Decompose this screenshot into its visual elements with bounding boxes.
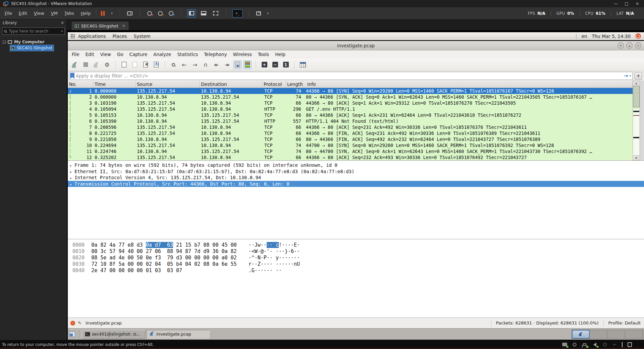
workspace-cell[interactable] bbox=[572, 330, 590, 339]
restart-capture-icon[interactable] bbox=[92, 60, 101, 69]
add-filter-button[interactable]: + bbox=[635, 72, 642, 80]
manage-snapshots-icon[interactable] bbox=[167, 10, 175, 17]
filter-dropdown-caret-icon[interactable]: ▾ bbox=[629, 74, 631, 78]
clock-applet[interactable]: Thu Mar 5, 14:30 bbox=[592, 34, 631, 39]
profile-selector[interactable]: Profile: Default bbox=[603, 320, 644, 327]
fullscreen-toggle-icon[interactable] bbox=[211, 9, 220, 17]
vmware-menu-item[interactable]: Edit bbox=[16, 10, 30, 17]
display-filter-input-box[interactable]: → ▾ bbox=[69, 72, 633, 80]
wireshark-close-button[interactable]: × bbox=[635, 42, 641, 49]
start-capture-icon[interactable] bbox=[70, 60, 79, 69]
vmware-menu-item[interactable]: View bbox=[31, 10, 47, 17]
stop-capture-icon[interactable] bbox=[81, 60, 90, 69]
panel-drag-handle[interactable] bbox=[576, 34, 577, 39]
packet-row[interactable]: │ 5 0.105153 10.130.8.94 135.125.217.54 … bbox=[68, 112, 633, 118]
find-packet-icon[interactable] bbox=[169, 60, 178, 69]
cd-rom-icon[interactable] bbox=[572, 342, 578, 347]
column-header-no[interactable]: No. bbox=[68, 81, 93, 88]
gnome-menu-item[interactable]: Applications bbox=[78, 34, 106, 39]
detail-line[interactable]: ▸Internet Protocol Version 4, Src: 135.1… bbox=[68, 174, 644, 181]
wireshark-menu-item[interactable]: Capture bbox=[127, 51, 150, 58]
gnome-menu-item[interactable]: Places bbox=[112, 34, 127, 39]
show-library-toggle-icon[interactable] bbox=[187, 9, 196, 17]
wireshark-menu-item[interactable]: Telephony bbox=[201, 51, 229, 58]
next-packet-icon[interactable]: ↠ bbox=[223, 60, 231, 69]
column-header-time[interactable]: Time bbox=[93, 81, 136, 88]
wireshark-minimize-button[interactable]: ▾ bbox=[618, 42, 624, 49]
wireshark-menu-item[interactable]: Go bbox=[114, 51, 126, 58]
go-forward-icon[interactable]: → bbox=[191, 60, 199, 69]
zoom-in-icon[interactable]: + bbox=[260, 60, 269, 69]
packet-row[interactable]: ┊ 11 0.224746 10.130.8.94 135.125.217.54… bbox=[68, 148, 633, 154]
hex-row[interactable]: 003072 10 8f 5a 00 00 02 04 05 b4 04 02 … bbox=[72, 261, 644, 267]
hex-row[interactable]: 00000a 82 4a 77 e8 d3 0a d7 63 21 15 b7 … bbox=[72, 242, 644, 248]
applications-grid-icon[interactable] bbox=[70, 34, 75, 38]
tree-item-vm[interactable]: SEC401-Slingshot bbox=[10, 45, 54, 51]
wireshark-menu-item[interactable]: View bbox=[98, 51, 114, 58]
open-file-icon[interactable] bbox=[120, 60, 128, 69]
expand-triangle-icon[interactable]: ▸ bbox=[70, 175, 74, 181]
vmware-menu-item[interactable]: File bbox=[2, 10, 15, 17]
taskbar-window-button[interactable]: >_ sec401@slingshot: /s... bbox=[82, 330, 145, 339]
wireshark-menu-item[interactable]: Help bbox=[272, 51, 288, 58]
library-close-icon[interactable]: × bbox=[61, 20, 64, 25]
scroll-down-icon[interactable]: ▼ bbox=[633, 155, 640, 160]
packet-row[interactable]: │ 9 0.221850 10.130.8.94 135.125.217.54 … bbox=[68, 136, 633, 142]
save-file-icon[interactable] bbox=[130, 60, 139, 69]
packet-row[interactable]: └ 12 0.325202 135.125.217.54 10.130.8.94… bbox=[68, 154, 633, 160]
reload-file-icon[interactable] bbox=[152, 60, 161, 69]
wireshark-menu-item[interactable]: Analyze bbox=[151, 51, 174, 58]
hard-disk-icon[interactable] bbox=[561, 342, 568, 347]
column-header-source[interactable]: Source bbox=[136, 81, 200, 88]
go-back-icon[interactable]: ← bbox=[180, 60, 189, 69]
detail-line[interactable]: ▸Frame 1: 74 bytes on wire (592 bits), 7… bbox=[68, 162, 644, 168]
wireshark-menu-item[interactable]: Tools bbox=[255, 51, 272, 58]
wireshark-menu-item[interactable]: Statistics bbox=[174, 51, 201, 58]
expand-triangle-icon[interactable]: ▸ bbox=[70, 182, 74, 187]
search-caret-icon[interactable]: ▾ bbox=[61, 30, 63, 33]
wireshark-menu-item[interactable]: File bbox=[69, 51, 82, 58]
sound-icon[interactable] bbox=[592, 342, 598, 347]
vmware-menu-item[interactable]: VM bbox=[48, 10, 60, 17]
scrollbar-thumb[interactable] bbox=[633, 86, 640, 107]
column-header-destination[interactable]: Destination bbox=[200, 81, 262, 88]
scroll-up-icon[interactable]: ▲ bbox=[633, 81, 640, 86]
apply-filter-icon[interactable]: → bbox=[624, 73, 628, 79]
resize-columns-icon[interactable] bbox=[299, 60, 307, 69]
maximize-button[interactable]: □ bbox=[622, 1, 631, 6]
keyboard-layout-indicator[interactable]: en bbox=[582, 34, 587, 39]
wireshark-menu-item[interactable]: Edit bbox=[83, 51, 97, 58]
packet-row[interactable]: │ 2 0.000000 10.130.8.94 135.125.217.54 … bbox=[68, 94, 633, 100]
pause-vm-icon[interactable] bbox=[99, 10, 106, 17]
column-header-length[interactable]: Length bbox=[286, 81, 303, 88]
packet-row[interactable]: ┌ 1 0.000000 135.125.217.54 10.130.8.94 … bbox=[68, 88, 633, 94]
vm-tab-close-icon[interactable]: × bbox=[122, 23, 125, 28]
wireshark-titlebar[interactable]: investigate.pcap ▾ ▴ × bbox=[68, 41, 644, 50]
zoom-original-icon[interactable]: 1 bbox=[281, 60, 290, 69]
gnome-menu-item[interactable]: System bbox=[133, 34, 150, 39]
expert-info-icon[interactable] bbox=[70, 321, 75, 326]
packet-row[interactable]: │ 7 0.208596 135.125.217.54 10.130.8.94 … bbox=[68, 124, 633, 130]
go-to-packet-icon[interactable]: ∩ bbox=[201, 60, 210, 69]
taskbar-window-button[interactable]: investigate.pcap bbox=[147, 330, 210, 339]
power-options-caret-icon[interactable]: ▾ bbox=[110, 10, 114, 17]
close-button[interactable]: × bbox=[633, 1, 642, 6]
message-log-icon[interactable] bbox=[627, 342, 633, 347]
separator[interactable] bbox=[622, 342, 623, 347]
take-snapshot-icon[interactable] bbox=[146, 10, 153, 17]
fit-guest-icon[interactable] bbox=[255, 10, 262, 17]
hex-row[interactable]: 002008 5e ad 4e 00 50 0e f3 79 d3 00 00 … bbox=[72, 255, 644, 261]
expand-triangle-icon[interactable]: ▸ bbox=[70, 163, 74, 168]
column-header-info[interactable]: Info bbox=[306, 81, 633, 88]
colorize-icon[interactable] bbox=[244, 60, 252, 69]
revert-snapshot-icon[interactable] bbox=[157, 10, 164, 17]
close-file-icon[interactable] bbox=[141, 60, 150, 69]
vm-tab[interactable]: SEC401-Slingshot × bbox=[71, 21, 129, 30]
zoom-out-icon[interactable]: − bbox=[271, 60, 279, 69]
previous-packet-icon[interactable]: ↞ bbox=[212, 60, 221, 69]
packet-list-scrollbar[interactable]: ▲ ▼ bbox=[633, 81, 640, 160]
packet-row[interactable]: │ 4 0.105094 135.125.217.54 10.130.8.94 … bbox=[68, 106, 633, 112]
packet-row[interactable]: │ 6 0.105390 10.130.8.94 135.125.217.54 … bbox=[68, 118, 633, 124]
console-view-button[interactable]: >_ bbox=[232, 9, 243, 17]
column-header-protocol[interactable]: Protocol bbox=[262, 81, 286, 88]
